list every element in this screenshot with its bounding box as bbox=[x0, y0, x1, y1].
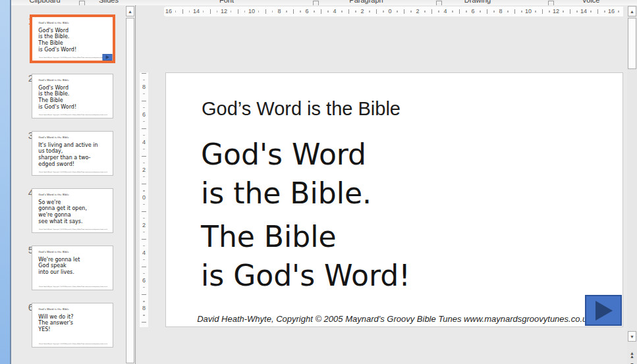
thumbnail-body: Will we do it?The answer'sYES! bbox=[38, 313, 73, 332]
main-scroll-up-button[interactable]: ▲ bbox=[628, 6, 636, 16]
main-scrollbar[interactable]: ▲ ▼ ▲ ▲ ▼ ▼ bbox=[627, 5, 637, 364]
ruler-label: 4 bbox=[442, 7, 448, 16]
thumbnail-content: God’s Word is the Bible It's living and … bbox=[32, 132, 113, 176]
ribbon-group-label: Font bbox=[219, 0, 234, 4]
thumbnail-content: God’s Word is the Bible God's Wordis the… bbox=[32, 74, 113, 118]
thumbnail-footer: David Heath-Whyte, Copyright © 2005 Mayn… bbox=[32, 286, 113, 287]
slide-thumbnail[interactable]: God’s Word is the Bible We're gonna letG… bbox=[32, 246, 113, 290]
thumbnail-title: God’s Word is the Bible bbox=[38, 250, 69, 253]
up-arrow-icon: ▲ bbox=[630, 9, 634, 14]
ruler-label: 6 bbox=[470, 7, 476, 16]
play-icon bbox=[106, 55, 109, 59]
ruler-label: 10 bbox=[247, 7, 256, 16]
thumbnail-title: God’s Word is the Bible bbox=[38, 193, 69, 196]
thumbnail-content: God’s Word is the Bible So we'regonna ge… bbox=[32, 189, 113, 233]
ruler-label: 8 bbox=[140, 305, 148, 312]
ruler-label: 8 bbox=[497, 7, 503, 16]
main-scroll-down-button[interactable]: ▼ bbox=[628, 331, 636, 342]
ribbon-group-label: Voice bbox=[582, 0, 600, 4]
slide-footer[interactable]: David Heath-Whyte, Copyright © 2005 Mayn… bbox=[166, 314, 623, 324]
slide-thumbnail-item[interactable]: 5 God’s Word is the Bible We're gonna le… bbox=[11, 246, 125, 303]
slide-title[interactable]: God’s Word is the Bible bbox=[202, 98, 401, 120]
ruler-label: 14 bbox=[579, 7, 588, 16]
thumbnail-content: God’s Word is the Bible We're gonna letG… bbox=[32, 246, 113, 290]
ribbon-group-label: Paragraph bbox=[349, 0, 383, 4]
slide-body-text[interactable]: God's Wordis the Bible.The Bibleis God's… bbox=[201, 135, 410, 295]
ruler-label: 12 bbox=[219, 7, 229, 16]
ruler-label: 6 bbox=[140, 277, 148, 284]
slide-thumbnail-list: 1 God’s Word is the Bible God's Wordis t… bbox=[11, 16, 125, 360]
thumbnail-body: God's Wordis the Bible.The Bibleis God's… bbox=[38, 27, 76, 53]
ruler-label: 2 bbox=[414, 7, 420, 16]
thumbnail-footer: David Heath-Whyte, Copyright © 2005 Mayn… bbox=[32, 114, 113, 115]
slide-thumbnail[interactable]: God’s Word is the Bible God's Wordis the… bbox=[32, 16, 113, 61]
thumbnail-content: God’s Word is the Bible God's Wordis the… bbox=[32, 17, 113, 61]
slide-thumbnail[interactable]: God’s Word is the Bible It's living and … bbox=[32, 131, 113, 176]
previous-slide-button[interactable]: ▲ ▲ bbox=[628, 350, 636, 359]
slide-canvas[interactable]: God’s Word is the Bible God's Wordis the… bbox=[165, 72, 623, 327]
ruler-label: 2 bbox=[140, 167, 148, 174]
slide-thumbnail-item[interactable]: 6 God’s Word is the Bible Will we do it?… bbox=[11, 303, 125, 360]
down-arrow-icon: ▼ bbox=[630, 334, 634, 339]
ruler-label: 6 bbox=[140, 111, 148, 118]
slide-thumbnail-item[interactable]: 3 God’s Word is the Bible It's living an… bbox=[11, 131, 125, 188]
slide-body-paragraph: God's Wordis the Bible. bbox=[201, 135, 410, 213]
slide-thumbnail-item[interactable]: 4 God’s Word is the Bible So we'regonna … bbox=[11, 188, 125, 246]
ruler-label: 14 bbox=[192, 7, 201, 16]
panel-scrollbar-thumb[interactable] bbox=[126, 18, 134, 363]
next-slide-button[interactable]: ▼ ▼ bbox=[628, 361, 636, 364]
slide-editing-area: 1614121086420246810121416 864202468 God’… bbox=[136, 5, 627, 364]
slide-body-paragraph: The Bibleis God's Word! bbox=[201, 217, 410, 295]
ruler-label: 6 bbox=[304, 7, 310, 16]
slide-thumbnail-item[interactable]: 1 God’s Word is the Bible God's Wordis t… bbox=[11, 16, 125, 74]
slide-thumbnail-panel: 1 God’s Word is the Bible God's Wordis t… bbox=[11, 5, 125, 364]
thumbnail-title: God’s Word is the Bible bbox=[38, 136, 69, 139]
thumbnail-footer: David Heath-Whyte, Copyright © 2005 Mayn… bbox=[32, 171, 113, 172]
play-action-button[interactable] bbox=[585, 295, 622, 326]
slide-thumbnail[interactable]: God’s Word is the Bible Will we do it?Th… bbox=[32, 303, 113, 348]
desktop-background bbox=[0, 0, 11, 364]
slide-thumbnail[interactable]: God’s Word is the Bible So we'regonna ge… bbox=[32, 188, 113, 233]
slide-thumbnail[interactable]: God’s Word is the Bible God's Wordis the… bbox=[32, 74, 113, 118]
double-up-arrow-icon: ▲ bbox=[630, 355, 634, 358]
ruler-label: 2 bbox=[359, 7, 365, 16]
thumbnail-title: God’s Word is the Bible bbox=[38, 78, 69, 82]
ribbon-group-label: Clipboard bbox=[29, 0, 60, 4]
panel-scroll-up-button[interactable]: ▲ bbox=[126, 6, 134, 16]
ruler-label: 4 bbox=[331, 7, 337, 16]
ruler-label: 16 bbox=[164, 7, 173, 16]
ruler-label: 8 bbox=[140, 84, 148, 91]
up-arrow-icon: ▲ bbox=[128, 9, 132, 14]
slide-thumbnail-item[interactable]: 2 God’s Word is the Bible God's Wordis t… bbox=[11, 74, 125, 131]
panel-scrollbar[interactable]: ▲ bbox=[125, 5, 135, 364]
thumbnail-body: It's living and active inus today,sharpe… bbox=[38, 142, 97, 167]
horizontal-ruler: 1614121086420246810121416 bbox=[165, 7, 623, 16]
ruler-label: 4 bbox=[140, 249, 148, 257]
thumbnail-content: God’s Word is the Bible Will we do it?Th… bbox=[32, 303, 113, 348]
ruler-label: 12 bbox=[551, 7, 561, 16]
vertical-ruler: 864202468 bbox=[140, 72, 148, 327]
ruler-label: 8 bbox=[276, 7, 282, 16]
thumbnail-footer: David Heath-Whyte, Copyright © 2005 Mayn… bbox=[32, 228, 113, 230]
thumbnail-footer: David Heath-Whyte, Copyright © 2005 Mayn… bbox=[32, 343, 113, 344]
ribbon-group-label: Slides bbox=[99, 0, 119, 4]
thumbnail-body: So we'regonna get it open,we're gonnasee… bbox=[38, 199, 87, 224]
ruler-label: 4 bbox=[140, 139, 148, 146]
thumbnail-action-button bbox=[103, 54, 113, 61]
play-icon bbox=[595, 301, 613, 321]
thumbnail-footer: David Heath-Whyte, Copyright © 2005 Mayn… bbox=[32, 57, 113, 58]
thumbnail-body: God's Wordis the Bible.The Bibleis God's… bbox=[38, 84, 76, 110]
main-scrollbar-thumb[interactable] bbox=[628, 18, 636, 69]
panel-divider bbox=[135, 5, 136, 364]
thumbnail-body: We're gonna letGod speakinto our lives. bbox=[38, 256, 80, 275]
ruler-label: 10 bbox=[524, 7, 533, 16]
ruler-label: 0 bbox=[387, 7, 393, 16]
thumbnail-title: God’s Word is the Bible bbox=[38, 21, 69, 24]
thumbnail-title: God’s Word is the Bible bbox=[38, 307, 69, 311]
ribbon-group-label: Drawing bbox=[464, 0, 491, 4]
ruler-label: 0 bbox=[140, 194, 148, 201]
ruler-label: 16 bbox=[607, 7, 616, 16]
ruler-label: 2 bbox=[140, 222, 148, 229]
